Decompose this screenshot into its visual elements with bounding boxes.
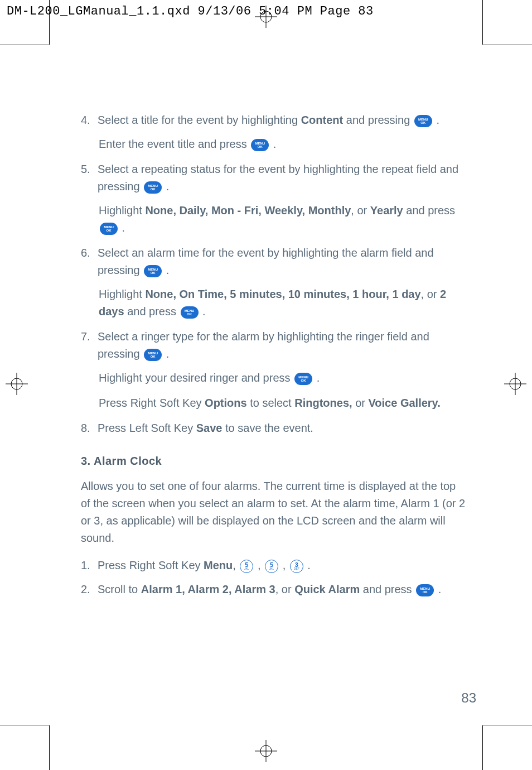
- sub-text: Highlight: [99, 288, 145, 300]
- menu-ok-icon: MENUOK: [100, 223, 118, 235]
- step-6: 6. Select an alarm time for the event by…: [81, 244, 466, 279]
- step-text: and pressing: [343, 114, 413, 126]
- sub-text: , or: [351, 204, 370, 216]
- step-text: and press: [360, 583, 415, 595]
- menu-ok-icon: MENUOK: [251, 139, 269, 151]
- key-5-icon: 5JKL: [265, 560, 278, 573]
- step-number: 2.: [81, 581, 90, 598]
- menu-ok-icon: MENUOK: [414, 115, 432, 127]
- sub-text: to select: [247, 397, 295, 409]
- step-5-sub: Highlight None, Daily, Mon - Fri, Weekly…: [99, 202, 466, 237]
- sub-text: , or: [421, 288, 440, 300]
- step-7-sub2: Press Right Soft Key Options to select R…: [99, 394, 466, 412]
- bold-text: None, Daily, Mon - Fri, Weekly, Monthly: [145, 204, 351, 216]
- step-number: 8.: [81, 420, 90, 437]
- alarm-step-1: 1. Press Right Soft Key Menu, 5JKL , 5JK…: [81, 557, 466, 574]
- step-6-sub: Highlight None, On Time, 5 minutes, 10 m…: [99, 286, 466, 320]
- key-5-icon: 5JKL: [240, 560, 253, 573]
- step-text: Scroll to: [98, 583, 141, 595]
- bold-text: Menu: [204, 559, 233, 571]
- registration-mark-top: [255, 6, 277, 30]
- crop-mark: [0, 45, 49, 45]
- page-number: 83: [461, 690, 476, 706]
- bold-text: Voice Gallery.: [368, 397, 440, 409]
- page-content: 4. Select a title for the event by highl…: [81, 112, 466, 605]
- crop-mark: [482, 725, 483, 770]
- prepress-header: DM-L200_LGManual_1.1.qxd 9/13/06 5:04 PM…: [7, 4, 374, 18]
- bold-content: Content: [301, 114, 344, 126]
- step-number: 7.: [81, 328, 90, 345]
- menu-ok-icon: MENUOK: [181, 306, 199, 319]
- comma: ,: [233, 559, 239, 571]
- crop-mark: [483, 45, 532, 45]
- sub-text: and press: [403, 204, 455, 216]
- menu-ok-icon: MENUOK: [294, 373, 312, 385]
- step-4-sub: Enter the event title and press MENUOK .: [99, 136, 466, 153]
- sub-text: Highlight your desired ringer and press: [99, 372, 293, 384]
- menu-ok-icon: MENUOK: [144, 349, 162, 361]
- crop-mark: [483, 725, 532, 725]
- bold-text: Options: [205, 397, 247, 409]
- step-number: 1.: [81, 557, 90, 574]
- step-text: Press Right Soft Key: [98, 559, 204, 571]
- step-4: 4. Select a title for the event by highl…: [81, 112, 466, 129]
- bold-text: None, On Time, 5 minutes, 10 minutes, 1 …: [145, 288, 420, 300]
- registration-mark-bottom: [255, 740, 277, 764]
- section-paragraph: Allows you to set one of four alarms. Th…: [81, 478, 466, 547]
- step-text: to save the event.: [222, 422, 313, 434]
- sub-text: or: [352, 397, 369, 409]
- step-text: Press Left Soft Key: [98, 422, 196, 434]
- menu-ok-icon: MENUOK: [144, 181, 162, 194]
- menu-ok-icon: MENUOK: [416, 584, 434, 596]
- bold-text: Ringtones,: [294, 397, 352, 409]
- alarm-step-2: 2. Scroll to Alarm 1, Alarm 2, Alarm 3, …: [81, 581, 466, 598]
- step-number: 4.: [81, 112, 90, 129]
- crop-mark: [0, 725, 49, 725]
- key-3-icon: 3DEF: [290, 560, 303, 573]
- registration-mark-right: [504, 373, 526, 397]
- step-number: 5.: [81, 161, 90, 178]
- sub-text: Enter the event title and press: [99, 138, 250, 150]
- bold-text: Quick Alarm: [294, 583, 360, 595]
- sub-text: and press: [124, 305, 180, 317]
- bold-text: Yearly: [370, 204, 403, 216]
- menu-ok-icon: MENUOK: [144, 265, 162, 277]
- step-7-sub1: Highlight your desired ringer and press …: [99, 369, 466, 387]
- step-5: 5. Select a repeating status for the eve…: [81, 161, 466, 195]
- bold-text: Alarm 1, Alarm 2, Alarm 3: [141, 583, 275, 595]
- sub-text: Highlight: [99, 204, 145, 216]
- crop-mark: [482, 0, 483, 45]
- section-heading-alarm-clock: 3. Alarm Clock: [81, 453, 466, 470]
- sub-text: Press Right Soft Key: [99, 397, 205, 409]
- crop-mark: [49, 725, 50, 770]
- step-number: 6.: [81, 244, 90, 262]
- bold-text: Save: [196, 422, 223, 434]
- step-text: , or: [275, 583, 294, 595]
- step-text: Select a title for the event by highligh…: [98, 114, 301, 126]
- crop-mark: [49, 0, 50, 45]
- step-8: 8. Press Left Soft Key Save to save the …: [81, 420, 466, 437]
- step-7: 7. Select a ringer type for the alarm by…: [81, 328, 466, 363]
- registration-mark-left: [6, 373, 28, 397]
